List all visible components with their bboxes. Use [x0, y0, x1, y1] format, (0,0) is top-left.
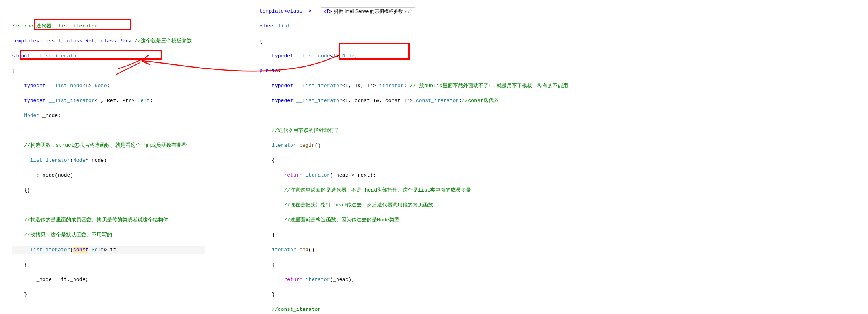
comment: //这个就是三个模板参数 [134, 38, 192, 44]
keyword-typedef: typedef [272, 53, 293, 59]
param: * node [85, 157, 104, 163]
code-line[interactable]: typedef __list_node<T> Node; [259, 52, 568, 60]
comment: //浅拷贝，这个是默认函数、不用写的 [24, 232, 112, 238]
template-params: <class T, class Ref, class Ptr> [36, 38, 131, 44]
comment: //注意这里返回的是迭代器，不是_head头部指针、这个是list类里面的成员变… [284, 187, 471, 193]
code-line[interactable]: struct __list_iterator [12, 52, 205, 60]
keyword-typedef: typedef [272, 83, 293, 89]
code-line[interactable]: //struct迭代器__list_iterator [12, 22, 205, 30]
code-line[interactable]: } [259, 291, 568, 298]
type-name: __list_iterator [296, 83, 342, 89]
ret-type: iterator [272, 142, 296, 148]
keyword-typedef: typedef [24, 98, 46, 104]
stmt: _node = it._node; [36, 277, 88, 283]
tmpl-args: <T, const T&, const T*> [342, 98, 413, 104]
comment: // 放public里面不然外面动不了T，就是用不了模板，私有的不能用 [410, 83, 568, 89]
call-args: (_head->_next); [330, 172, 376, 178]
code-line[interactable]: typedef __list_iterator<T, T&, T*> itera… [259, 82, 568, 89]
comment: //struct迭代器__list_iterator [12, 23, 97, 29]
code-pane-right[interactable]: template<class T> <T>提供 IntelliSense 的示例… [259, 0, 568, 314]
code-line[interactable]: //这里面就是构造函数、因为传过去的是Node类型； [259, 216, 568, 224]
code-line[interactable]: } [259, 231, 568, 239]
code-line[interactable]: //现在是把头部指针_head传过去，然后迭代器调用他的拷贝函数； [259, 201, 568, 209]
comment: //const_iterator [272, 307, 321, 312]
type-name: __list_iterator [33, 53, 79, 59]
code-line[interactable]: _node = it._node; [12, 276, 205, 283]
keyword-return: return [284, 277, 302, 283]
code-line[interactable]: iterator begin() [259, 142, 568, 149]
type-name: __list_node [49, 83, 83, 89]
code-line[interactable]: typedef __list_node<T> Node; [12, 82, 205, 89]
call-args: (_head); [330, 277, 354, 283]
type-alias: Node [342, 53, 355, 59]
comment: //构造传的是里面的成员函数、拷贝是传的类或者说这个结构体 [24, 217, 168, 223]
code-line[interactable]: __list_iterator(Node* node) [12, 157, 205, 164]
pencil-icon[interactable] [408, 8, 412, 15]
code-line[interactable]: public: [259, 67, 568, 75]
type-name: __list_iterator [296, 98, 342, 104]
tmpl-args: <T> [330, 53, 339, 59]
keyword-typedef: typedef [24, 83, 46, 89]
code-line[interactable]: return iterator(_head); [259, 276, 568, 283]
ctor-name: __list_iterator [24, 247, 70, 253]
code-line[interactable]: class list [259, 22, 568, 30]
comment: //现在是把头部指针_head传过去，然后迭代器调用他的拷贝函数； [284, 202, 438, 208]
comment: //const迭代器 [462, 98, 499, 104]
code-line[interactable]: { [12, 67, 205, 75]
ctor-name: __list_iterator [24, 157, 70, 163]
code-line[interactable]: //构造函数，struct怎么写构造函数、就是看这个里面成员函数有哪些 [12, 142, 205, 149]
func-name: end [299, 247, 308, 253]
code-line-highlighted[interactable]: __list_iterator(const Self& it) [12, 246, 205, 254]
chevron-down-icon[interactable]: ▾ [405, 8, 406, 15]
type-name: Node [24, 113, 36, 119]
code-line[interactable]: } [12, 291, 205, 298]
code-line[interactable]: template<class T> <T>提供 IntelliSense 的示例… [259, 7, 568, 15]
code-line[interactable]: //构造传的是里面的成员函数、拷贝是传的类或者说这个结构体 [12, 216, 205, 224]
keyword-template: template [259, 8, 284, 14]
init-list: :_node(node) [36, 172, 73, 178]
code-line[interactable]: {} [12, 186, 205, 194]
code-line[interactable]: :_node(node) [12, 172, 205, 179]
ret-type: iterator [272, 247, 296, 253]
code-line[interactable]: template<class T, class Ref, class Ptr> … [12, 37, 205, 45]
call-type: iterator [305, 172, 330, 178]
keyword-template: template [12, 38, 36, 44]
keyword-typedef: typedef [272, 98, 293, 104]
template-hint-text: 提供 IntelliSense 的示例模板参数 [334, 8, 403, 15]
keyword-class: class [259, 23, 278, 29]
code-line[interactable]: //注意这里返回的是迭代器，不是_head头部指针、这个是list类里面的成员变… [259, 186, 568, 194]
code-line[interactable]: typedef __list_iterator<T, Ref, Ptr> Sel… [12, 97, 205, 104]
code-line[interactable]: //const_iterator [259, 306, 568, 313]
type-name: __list_iterator [49, 98, 95, 104]
code-line[interactable]: { [259, 157, 568, 164]
tmpl-args: <T, T&, T*> [342, 83, 376, 89]
code-line[interactable]: return iterator(_head->_next); [259, 172, 568, 179]
tmpl-args: <T> [82, 83, 91, 89]
code-pane-left[interactable]: //struct迭代器__list_iterator template<clas… [12, 0, 205, 314]
code-line[interactable]: { [259, 261, 568, 268]
tmpl-args: <T, Ref, Ptr> [95, 98, 134, 104]
type-alias: Self [138, 98, 150, 104]
code-line[interactable]: //浅拷贝，这个是默认函数、不用写的 [12, 231, 205, 239]
param: & it [104, 247, 116, 253]
type-alias: const_iterator [416, 98, 459, 104]
intellisense-template-hint[interactable]: <T>提供 IntelliSense 的示例模板参数▾ [321, 7, 415, 15]
keyword-struct: struct [12, 53, 33, 59]
code-line[interactable]: iterator end() [259, 246, 568, 254]
func-name: begin [299, 142, 314, 148]
code-line[interactable]: Node* _node; [12, 112, 205, 119]
code-line[interactable]: { [259, 37, 568, 45]
call-type: iterator [305, 277, 330, 283]
type-name: __list_node [296, 53, 330, 59]
code-line[interactable]: { [12, 261, 205, 268]
comment: //这里面就是构造函数、因为传过去的是Node类型； [284, 217, 405, 223]
keyword-return: return [284, 172, 302, 178]
param-type: Self [92, 247, 104, 253]
keyword-const: const [73, 247, 88, 253]
type-alias: iterator [379, 83, 403, 89]
keyword-public: public [259, 68, 278, 74]
code-line[interactable]: typedef __list_iterator<T, const T&, con… [259, 97, 568, 104]
comment: //迭代器用节点的指针就行了 [272, 128, 339, 133]
type-name: list [278, 23, 290, 29]
code-line[interactable]: //迭代器用节点的指针就行了 [259, 127, 568, 134]
